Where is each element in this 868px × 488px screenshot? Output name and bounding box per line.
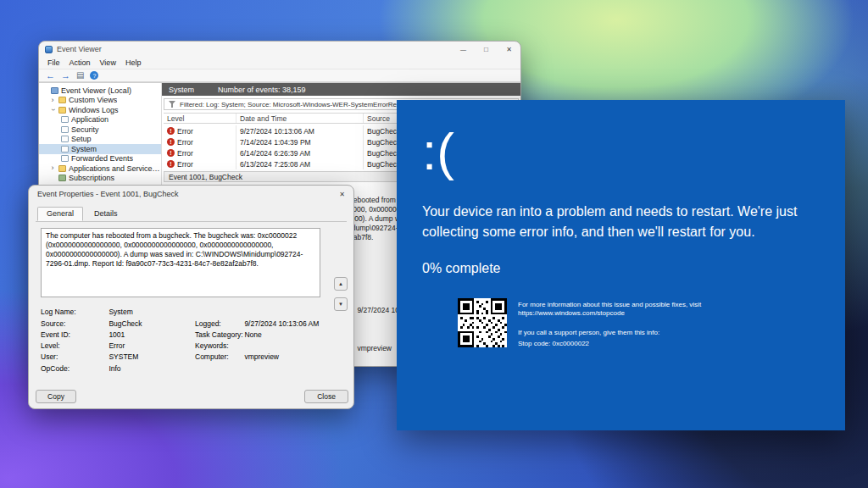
next-event-button[interactable]: [334, 297, 348, 311]
folder-icon: [58, 165, 66, 172]
subscriptions-icon: [58, 175, 66, 181]
dialog-caption: [331, 186, 353, 202]
menu-help[interactable]: Help: [121, 58, 146, 67]
dialog-title: Event Properties - Event 1001, BugCheck: [37, 190, 179, 198]
tree-item-windows-logs[interactable]: Windows Logs: [39, 105, 161, 115]
bsod-info-line2: If you call a support person, give them …: [518, 329, 740, 337]
tab-details[interactable]: Details: [85, 207, 127, 221]
field-opcode: OpCode: Info: [41, 364, 121, 373]
tree-label: Subscriptions: [69, 174, 114, 182]
tree-item-security[interactable]: Security: [39, 125, 161, 135]
field-label: Level:: [41, 341, 107, 350]
chevron-right-icon[interactable]: [49, 164, 56, 172]
error-icon: [167, 160, 175, 168]
tree-label: Setup: [71, 135, 92, 143]
tree-item-applications-services-logs[interactable]: Applications and Services Logs: [39, 164, 161, 174]
error-icon: [167, 127, 175, 135]
tree-item-setup[interactable]: Setup: [39, 135, 161, 145]
close-icon[interactable]: [331, 186, 353, 202]
tree-item-event-viewer-local[interactable]: Event Viewer (Local): [39, 86, 161, 96]
field-value: Info: [108, 364, 120, 373]
field-logged: Logged: 9/27/2024 10:13:06 AM: [195, 319, 319, 328]
field-task-category: Task Category: None: [195, 330, 262, 339]
tree-label: Applications and Services Logs: [69, 164, 161, 173]
event-datetime: 6/13/2024 7:25:08 AM: [236, 158, 364, 169]
event-viewer-titlebar[interactable]: Event Viewer: [39, 42, 520, 57]
console-tree-icon[interactable]: [76, 71, 84, 80]
menu-action[interactable]: Action: [65, 58, 95, 67]
chevron-down-icon[interactable]: [49, 107, 57, 114]
filter-icon: [169, 101, 175, 108]
tree-label: Forwarded Events: [71, 154, 133, 163]
close-icon[interactable]: [498, 42, 520, 57]
field-label: Event ID:: [41, 330, 107, 339]
field-label: Keywords:: [195, 341, 242, 350]
back-arrow-icon[interactable]: [46, 71, 55, 80]
field-log-name: Log Name: System: [41, 308, 133, 316]
bsod-stop-code: Stop code: 0xc0000022: [518, 340, 740, 348]
event-viewer-app-icon: [45, 46, 53, 53]
tree-item-forwarded-events[interactable]: Forwarded Events: [39, 154, 161, 164]
log-summary-bar: System Number of events: 38,159: [162, 83, 520, 96]
bsod-info-line1: For more information about this issue an…: [518, 301, 740, 318]
event-properties-dialog[interactable]: Event Properties - Event 1001, BugCheck …: [28, 185, 354, 409]
tree-label: Security: [71, 125, 99, 134]
window-title: Event Viewer: [57, 45, 102, 53]
field-value: Error: [108, 341, 125, 350]
field-user: User: SYSTEM: [41, 352, 138, 361]
column-level[interactable]: Level: [164, 114, 236, 123]
forward-arrow-icon[interactable]: [61, 71, 70, 80]
folder-icon: [58, 107, 66, 114]
tree-item-system[interactable]: System: [39, 144, 161, 154]
tree-item-application[interactable]: Application: [39, 115, 161, 125]
maximize-icon[interactable]: [475, 42, 498, 57]
event-details-title: Event 1001, BugCheck: [169, 173, 242, 181]
field-value: BugCheck: [108, 319, 142, 328]
log-name: System: [169, 86, 194, 94]
log-icon: [61, 116, 69, 123]
event-datetime: 6/14/2024 6:26:39 AM: [236, 147, 364, 158]
tree-label: Application: [71, 115, 108, 124]
event-level: Error: [177, 160, 193, 169]
desktop-wallpaper: Event Viewer File Action View Help: [0, 0, 868, 488]
field-value: None: [244, 330, 261, 339]
copy-button[interactable]: Copy: [36, 390, 76, 403]
help-icon[interactable]: [90, 71, 98, 80]
event-level: Error: [177, 138, 193, 147]
error-icon: [167, 138, 175, 146]
event-datetime: 9/27/2024 10:13:06 AM: [236, 125, 364, 136]
tree-item-subscriptions[interactable]: Subscriptions: [39, 174, 161, 184]
menu-view[interactable]: View: [96, 58, 120, 67]
field-value: vmpreview: [244, 352, 279, 361]
event-level: Error: [177, 127, 193, 136]
bsod-message: Your device ran into a problem and needs…: [422, 202, 814, 242]
toolbar: [39, 69, 520, 82]
field-label: Logged:: [195, 319, 242, 328]
previous-event-button[interactable]: [334, 277, 348, 291]
error-icon: [167, 149, 175, 157]
close-button[interactable]: Close: [304, 390, 348, 403]
qr-code: [458, 298, 507, 347]
field-value: SYSTEM: [108, 352, 138, 361]
dialog-titlebar[interactable]: Event Properties - Event 1001, BugCheck: [29, 186, 353, 202]
field-keywords: Keywords:: [195, 341, 242, 350]
event-description-box[interactable]: The computer has rebooted from a bugchec…: [41, 228, 320, 297]
field-label: OpCode:: [41, 364, 107, 373]
column-date-and-time[interactable]: Date and Time: [236, 114, 364, 123]
field-label: Log Name:: [41, 308, 107, 316]
filter-text: Filtered: Log: System; Source: Microsoft…: [180, 101, 423, 108]
log-icon: [61, 136, 69, 142]
field-level: Level: Error: [41, 341, 125, 350]
log-icon: [61, 146, 69, 152]
event-count: Number of events: 38,159: [218, 86, 306, 94]
field-computer: Computer: vmpreview: [195, 352, 279, 361]
chevron-right-icon[interactable]: [49, 97, 56, 104]
event-level: Error: [177, 149, 193, 158]
tab-general[interactable]: General: [37, 207, 83, 221]
caption-buttons: [452, 42, 520, 57]
menu-file[interactable]: File: [43, 58, 64, 67]
minimize-icon[interactable]: [452, 42, 475, 57]
log-icon: [61, 155, 69, 162]
field-label: Source:: [41, 319, 107, 328]
tree-item-custom-views[interactable]: Custom Views: [39, 96, 161, 106]
